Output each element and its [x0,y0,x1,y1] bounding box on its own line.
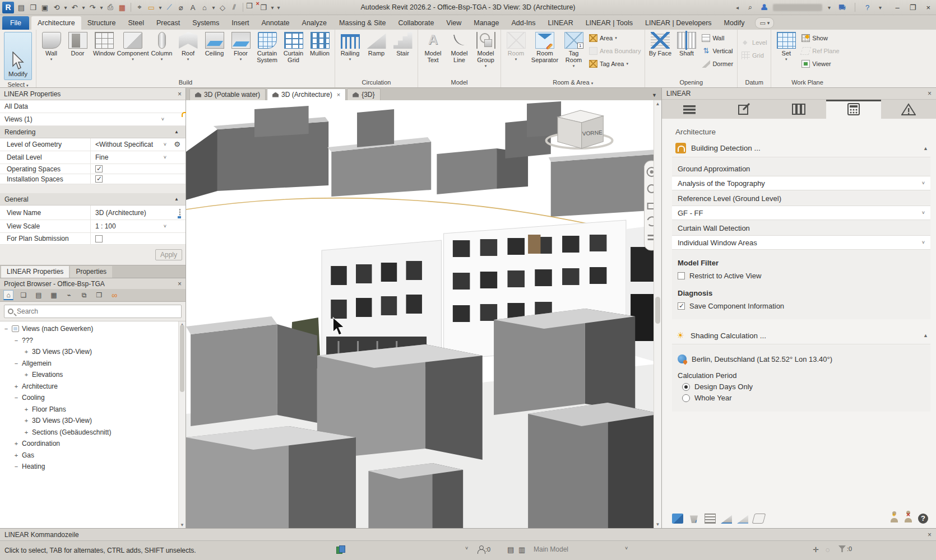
close-icon[interactable]: × [928,90,932,97]
tree-item-views-root[interactable]: −Views (nach Gewerken) [0,323,186,335]
open-icon[interactable]: ❒ [27,2,39,13]
browser-sheets-icon[interactable]: ⧉ [79,290,89,300]
paint-bucket-icon[interactable] [688,514,699,524]
tab-addins[interactable]: Add-Ins [505,16,541,30]
linear-command-line[interactable]: LINEAR Kommandozeile × [0,528,936,541]
ceiling-button[interactable]: Ceiling [201,31,228,57]
search-input[interactable] [17,307,178,315]
dormer-opening-button[interactable]: Dormer [702,59,733,69]
tab-linear-developers[interactable]: LINEAR | Developers [639,16,718,30]
grid-button[interactable]: Grid [742,50,767,60]
tab-insert[interactable]: Insert [225,16,255,30]
sync-icon[interactable]: ⟲ [51,2,62,13]
column-button[interactable]: Column▾ [149,31,175,61]
operating-spaces-checkbox[interactable] [95,165,103,172]
shaft-opening-button[interactable]: Shaft [673,31,699,57]
tree-scrollbar[interactable]: ▲ ▼ [178,321,186,528]
collapse-icon[interactable]: ▲ [174,197,179,202]
undo-dropdown-icon[interactable]: ▾ [81,2,86,13]
wall-button[interactable]: Wall▾ [38,31,64,61]
design-options-list-icon[interactable]: ▤ [507,545,514,554]
tree-item[interactable]: +Sections (Gebäudeschnitt) [0,427,186,438]
ground-approximation-select[interactable]: Analysis of the Topography˅ [672,176,930,190]
tab-collaborate[interactable]: Collaborate [392,16,440,30]
customize-qat-icon[interactable]: ▾ [276,2,281,13]
tree-item[interactable]: +Architecture [0,381,186,393]
building-detection-header[interactable]: Building Detection ... ▲ [675,143,930,153]
tab-structure[interactable]: Structure [81,16,122,30]
hatch-pattern-icon[interactable] [705,514,716,524]
close-icon[interactable]: × [178,280,182,288]
restore-button[interactable]: ❐ [910,3,916,12]
switch-windows-dropdown-icon[interactable]: ▾ [270,2,275,13]
design-days-only-radio[interactable] [682,383,690,391]
model-text-button[interactable]: Model Text [420,31,446,63]
ramp-button[interactable]: Ramp [363,31,390,57]
worksets-dropdown-icon[interactable]: ˅ [465,545,468,551]
redo-icon[interactable]: ↷ [87,2,98,13]
3d-viewport[interactable]: VORNE ▲ [186,100,661,528]
browser-sweep-icon[interactable]: ⌁ [64,290,74,300]
tree-item[interactable]: −??? [0,335,186,347]
tab-analyze[interactable]: Analyze [296,16,333,30]
view-tab-potable-water[interactable]: 3D (Potable water) [189,88,266,100]
drag-on-selection-icon[interactable]: ✛ [813,545,819,554]
tab-calculation[interactable] [826,100,881,119]
location-row[interactable]: Berlin, Deutschland (Lat 52.52° Lon 13.4… [678,354,930,363]
browser-table-icon[interactable]: ▦ [49,290,59,300]
measure-dropdown-icon[interactable]: ▾ [157,2,163,13]
switch-windows-icon[interactable]: ❐ [258,2,269,13]
floor-button[interactable]: Floor▾ [228,31,254,61]
help-icon[interactable]: ? [918,514,928,524]
expand-glyph[interactable]: + [13,383,19,390]
account-dropdown-icon[interactable]: ▾ [827,2,832,13]
tag-area-button[interactable]: Tag Area▾ [589,59,641,69]
aligned-dimension-icon[interactable]: ⟋ [164,2,175,13]
slope-analysis-icon-2[interactable] [737,514,748,524]
curtain-wall-detection-select[interactable]: Individual Window Areas˅ [672,235,930,250]
measure-icon[interactable]: ▭ [146,2,157,13]
tab-view[interactable]: View [440,16,467,30]
search-binoculars-icon[interactable]: ⌕ [745,2,756,13]
collapse-glyph[interactable]: − [13,394,19,401]
expand-glyph[interactable]: + [24,429,29,436]
room-area-panel-label[interactable]: Room & Area ▾ [501,78,645,87]
plan-submission-checkbox[interactable] [95,235,103,242]
browser-link-icon[interactable]: ∞ [109,290,119,300]
view-name-edit-icon[interactable] [179,209,180,217]
tab-precast[interactable]: Precast [150,16,186,30]
railing-button[interactable]: Railing▾ [337,31,363,61]
tab-modify[interactable]: Modify [718,16,751,30]
print-icon[interactable]: ⎙ [105,2,116,13]
default-3d-view-icon[interactable]: ⌂ [199,2,210,13]
model-line-button[interactable]: Model Line [446,31,472,63]
expand-glyph[interactable]: + [24,348,29,355]
tab-edit[interactable] [717,100,772,119]
tree-item[interactable]: −Heating [0,461,186,473]
slope-analysis-icon[interactable] [721,514,732,524]
browser-schedule-icon[interactable]: ▤ [34,290,44,300]
tree-item[interactable]: +Coordination [0,438,186,450]
worksets-icon[interactable] [336,545,344,553]
close-icon[interactable]: × [178,90,182,98]
tab-linear-properties[interactable]: LINEAR Properties [1,266,69,278]
collapse-glyph[interactable]: − [13,337,19,344]
ui-panel-icon[interactable]: ▤ [16,2,27,13]
design-options-icon[interactable]: ▥ [518,545,525,554]
area-boundary-button[interactable]: Area Boundary [589,46,641,56]
ribbon-display-toggle[interactable]: ▭▾ [755,17,774,29]
gear-icon[interactable]: ⚙ [174,140,180,148]
mullion-button[interactable]: Mullion [307,31,333,57]
close-inactive-windows-icon[interactable]: ❒× [246,2,257,13]
tab-linear-tools[interactable]: LINEAR | Tools [580,16,639,30]
view-tab-architecture[interactable]: 3D (Architecture)× [267,88,346,100]
tab-menu[interactable] [662,100,717,119]
browser-filter-box-icon[interactable]: ❒ [94,290,104,300]
collapse-icon[interactable]: ▲ [923,333,928,338]
shading-calculation-header[interactable]: ☀ Shading Calculation ... ▲ [675,330,930,340]
close-button[interactable]: × [926,3,930,12]
close-doc-icon[interactable]: ▦ [117,2,128,13]
tab-properties[interactable]: Properties [70,266,112,278]
save-icon[interactable]: ▣ [39,2,50,13]
tree-item[interactable]: +3D Views (3D-View) [0,346,186,358]
